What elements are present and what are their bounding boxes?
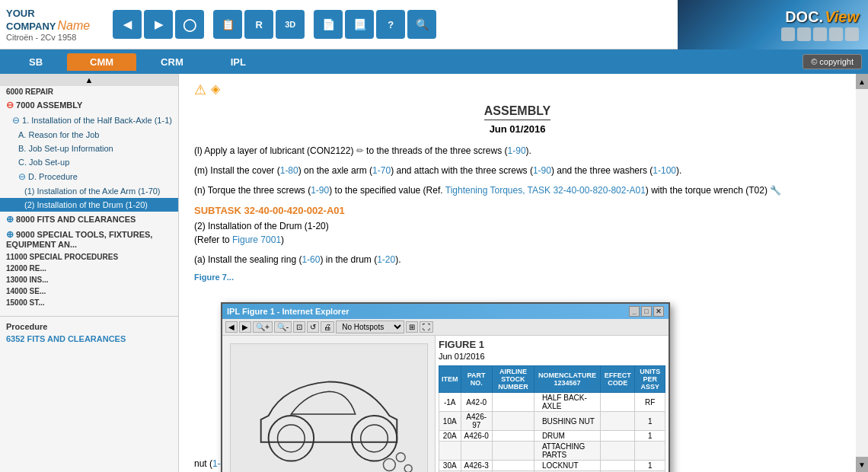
help-button[interactable]: ?	[376, 10, 405, 39]
col-nomenclature: NOMENCLATURE 1234567	[534, 366, 600, 393]
link-1-80[interactable]: 1-80	[280, 165, 298, 176]
doc-button[interactable]: 📄	[314, 10, 343, 39]
tool-pencil-icon: ✏	[356, 145, 364, 156]
link-1-90-c[interactable]: 1-90	[311, 185, 329, 196]
plus-circle-icon-8000: ⊕	[6, 214, 14, 225]
table-row: -1AA42-0HALF BACK-AXLERF	[439, 393, 665, 412]
content-area: ⚠ ◈ ASSEMBLY Jun 01/2016 (l) Apply a lay…	[179, 74, 856, 472]
content-title: ASSEMBLY	[484, 104, 550, 120]
main-layout: ▲ 6000 REPAIR ⊖ 7000 ASSEMBLY ⊖ 1. Insta…	[0, 74, 868, 472]
popup-toolbar: ◀ ▶ 🔍+ 🔍- ⊡ ↺ 🖨 No Hotspots Hotspots ⊞ ⛶	[222, 319, 669, 336]
link-1-90-a[interactable]: 1-90	[508, 145, 526, 156]
popup-fit-button[interactable]: ⊡	[293, 321, 305, 333]
table-row: 20AA426-0DRUM1	[439, 431, 665, 442]
link-tightening[interactable]: Tightening Torques, TASK 32-40-00-820-80…	[445, 185, 646, 196]
link-1-100[interactable]: 1-100	[653, 165, 676, 176]
popup-titlebar: IPL Figure 1 - Internet Explorer _ □ ✕	[222, 304, 669, 319]
popup-forward-button[interactable]: ▶	[239, 321, 251, 333]
popup-figure-area: A Sheet 1 of 1 ↖ 🔍	[222, 336, 436, 472]
sidebar: ▲ 6000 REPAIR ⊖ 7000 ASSEMBLY ⊖ 1. Insta…	[0, 74, 179, 472]
procedure-label: Procedure	[0, 320, 178, 332]
logo-subtitle: Citroën - 2Cv 1958	[6, 33, 90, 42]
table-row: ATTACHING PARTS	[439, 442, 665, 461]
3d-button[interactable]: 3D	[276, 10, 305, 39]
logo: YOUR COMPANY Name Citroën - 2Cv 1958	[6, 8, 90, 42]
warning-triangle-icon: ⚠	[194, 81, 206, 98]
link-1-90-b[interactable]: 1-90	[533, 165, 551, 176]
subtask-title: SUBTASK 32-40-00-420-002-A01	[194, 205, 841, 216]
sidebar-item-8000[interactable]: ⊕ 8000 FITS AND CLEARANCES	[0, 212, 178, 227]
sidebar-item-A[interactable]: A. Reason for the Job	[0, 128, 178, 142]
sidebar-item-7000[interactable]: ⊖ 7000 ASSEMBLY	[0, 97, 178, 113]
col-part: PART NO.	[461, 366, 492, 393]
popup-close-button[interactable]: ✕	[653, 306, 664, 317]
sidebar-item-12000[interactable]: 12000 RE...	[0, 263, 178, 274]
popup-maximize-button[interactable]: □	[641, 306, 652, 317]
popup-zoom-out-button[interactable]: 🔍-	[274, 321, 292, 333]
copyright-button[interactable]: © copyright	[803, 54, 862, 69]
sidebar-item-1-axle[interactable]: (1) Installation of the Axle Arm (1-70)	[0, 184, 178, 198]
link-figure-7001[interactable]: Figure 7001	[232, 234, 281, 245]
tab-sb[interactable]: SB	[6, 53, 65, 71]
search-button[interactable]: 🔍	[407, 10, 436, 39]
content-scrollbar[interactable]: ▲ ▼	[856, 74, 868, 472]
link-1-70[interactable]: 1-70	[372, 165, 391, 176]
docfull-button[interactable]: 📃	[345, 10, 374, 39]
warning-diamond-icon: ◈	[211, 81, 220, 98]
popup-minimize-button[interactable]: _	[629, 306, 640, 317]
tab-crm[interactable]: CRM	[138, 53, 206, 71]
back-button[interactable]: ◀	[113, 10, 142, 39]
col-units: UNITS PER ASSY	[635, 366, 665, 393]
sidebar-item-6000[interactable]: 6000 REPAIR	[0, 86, 178, 97]
para-l: (l) Apply a layer of lubricant (CON2122)…	[194, 144, 841, 158]
sidebar-scroll-up[interactable]: ▲	[0, 74, 178, 86]
minus-circle-icon-1: ⊖	[12, 115, 20, 126]
sidebar-item-D[interactable]: ⊖ D. Procedure	[0, 169, 178, 184]
sidebar-item-9000[interactable]: ⊕ 9000 SPECIAL TOOLS, FIXTURES, EQUIPMEN…	[0, 227, 178, 251]
forward-button[interactable]: ▶	[144, 10, 173, 39]
table-row: 30AA426-3LOCKNUT1	[439, 461, 665, 471]
sidebar-item-C[interactable]: C. Job Set-up	[0, 155, 178, 169]
reg-button[interactable]: R	[244, 10, 273, 39]
sidebar-item-14000[interactable]: 14000 SE...	[0, 285, 178, 297]
sidebar-item-13000[interactable]: 13000 INS...	[0, 274, 178, 285]
plus-circle-icon-9000: ⊕	[6, 229, 14, 240]
link-1-60[interactable]: 1-60	[302, 254, 320, 265]
history-button[interactable]: ◯	[175, 10, 204, 39]
para-n: (n) Torque the three screws (1-90) to th…	[194, 183, 841, 197]
notes-button[interactable]: 📋	[213, 10, 242, 39]
sidebar-item-1-install[interactable]: ⊖ 1. Installation of the Half Back-Axle …	[0, 113, 178, 128]
logo-your: YOUR	[6, 8, 35, 19]
popup-grid-button[interactable]: ⊞	[406, 321, 418, 333]
tab-cmm[interactable]: CMM	[67, 53, 136, 71]
sidebar-item-B[interactable]: B. Job Set-up Information	[0, 142, 178, 155]
para-a: (a) Install the sealing ring (1-60) in t…	[194, 253, 841, 266]
table-row: 10AA426-97BUSHING NUT1	[439, 412, 665, 431]
tool-wrench-icon: 🔧	[770, 185, 781, 196]
link-1-20[interactable]: 1-20	[377, 254, 395, 265]
figure-7-label: Figure 7...	[194, 273, 841, 282]
popup-titlebar-buttons: _ □ ✕	[629, 306, 664, 317]
sidebar-item-2-drum[interactable]: (2) Installation of the Drum (1-20)	[0, 198, 178, 212]
popup-figure-title: FIGURE 1	[439, 339, 665, 350]
scroll-up-button[interactable]: ▲	[856, 74, 868, 89]
popup-back-button[interactable]: ◀	[225, 321, 238, 333]
docview-label2: View	[825, 8, 859, 26]
popup-print-button[interactable]: 🖨	[321, 321, 334, 333]
header: YOUR COMPANY Name Citroën - 2Cv 1958 ◀ ▶…	[0, 0, 868, 49]
tab-ipl[interactable]: IPL	[208, 53, 269, 71]
nav-tabs: SB CMM CRM IPL © copyright	[0, 49, 868, 74]
sidebar-item-15000[interactable]: 15000 ST...	[0, 297, 178, 308]
warning-icons: ⚠ ◈	[194, 81, 841, 98]
sidebar-item-11000[interactable]: 11000 SPECIAL PROCEDURES	[0, 251, 178, 263]
popup-rotate-button[interactable]: ↺	[307, 321, 319, 333]
popup-hotspot-select[interactable]: No Hotspots Hotspots	[336, 321, 404, 333]
subtask-desc: (2) Installation of the Drum (1-20) (Ref…	[194, 219, 841, 247]
popup-zoom-in-button[interactable]: 🔍+	[253, 321, 273, 333]
car-svg: A	[231, 347, 427, 472]
popup-fullscreen-button[interactable]: ⛶	[420, 321, 433, 333]
sidebar-fits-label[interactable]: 6352 FITS AND CLEARANCES	[0, 332, 178, 346]
docview-area: DOC. View	[678, 0, 868, 49]
scroll-down-button[interactable]: ▼	[856, 457, 868, 472]
popup-title-label: IPL Figure 1 - Internet Explorer	[227, 307, 349, 316]
